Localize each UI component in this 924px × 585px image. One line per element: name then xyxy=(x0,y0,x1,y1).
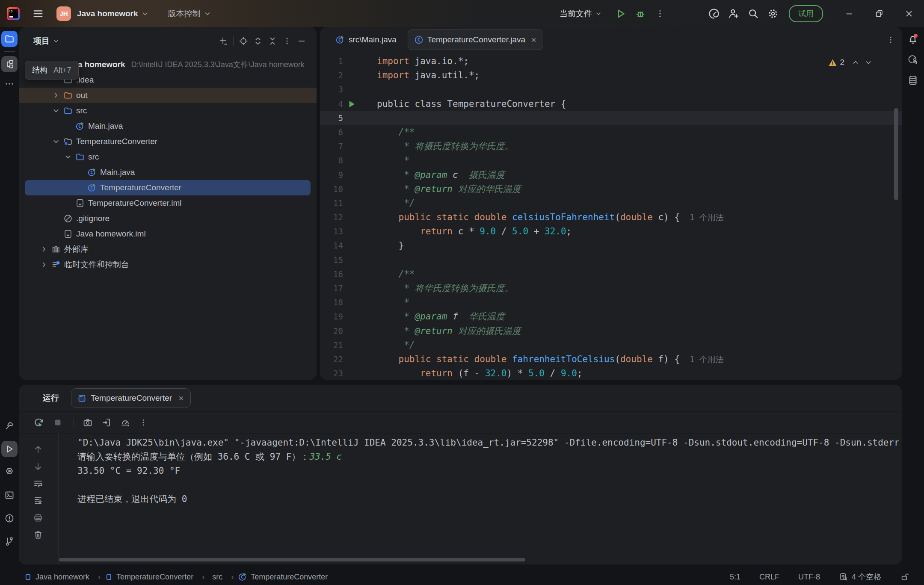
code-line-16[interactable]: 16 /** xyxy=(320,267,902,281)
version-control-tool-button[interactable] xyxy=(1,533,18,550)
ai-assistant-button[interactable] xyxy=(704,0,724,27)
panel-options-button[interactable] xyxy=(280,34,294,48)
code-line-3[interactable]: 3 xyxy=(320,83,902,97)
breadcrumb-item-java-homework[interactable]: Java homework xyxy=(24,573,89,582)
code-line-9[interactable]: 9 * @param c 摄氏温度 xyxy=(320,168,902,182)
run-configuration-selector[interactable]: 当前文件 xyxy=(560,8,601,19)
dump-threads-button[interactable] xyxy=(101,417,112,428)
screenshot-button[interactable] xyxy=(83,417,93,428)
tree-row-temperatureconverter.iml[interactable]: TemperatureConverter.iml xyxy=(19,195,317,211)
scroll-to-end-icon[interactable] xyxy=(33,496,43,506)
tree-row-temperatureconverter[interactable]: CTemperatureConverter xyxy=(19,180,317,195)
inspection-widget[interactable]: 2 xyxy=(822,58,872,67)
code-line-7[interactable]: 7 * 将摄氏度转换为华氏度。 xyxy=(320,139,902,154)
vcs-widget[interactable]: 版本控制 xyxy=(168,8,201,19)
restore-button[interactable] xyxy=(864,0,894,27)
editor-scrollbar[interactable] xyxy=(894,108,898,200)
more-actions-button[interactable] xyxy=(650,0,670,27)
down-stacktrace-icon[interactable] xyxy=(33,461,43,472)
stop-button[interactable] xyxy=(53,418,62,427)
code-line-13[interactable]: 13 return c * 9.0 / 5.0 + 32.0; xyxy=(320,225,902,239)
up-stacktrace-icon[interactable] xyxy=(33,444,43,455)
search-button[interactable] xyxy=(743,0,763,27)
close-run-tab-icon[interactable] xyxy=(178,395,184,402)
soft-wrap-icon[interactable] xyxy=(33,479,43,489)
tab-temperatureconverter-java[interactable]: C TemperatureConverter.java xyxy=(408,30,543,50)
chevron-down-icon[interactable] xyxy=(50,138,62,145)
structure-tool-button[interactable] xyxy=(1,56,18,72)
collapse-all-button[interactable] xyxy=(265,34,280,48)
code-line-1[interactable]: 1import java.io.*; xyxy=(320,54,902,68)
run-tab-temperatureconverter[interactable]: TemperatureConverter xyxy=(71,388,191,408)
tree-row-main.java[interactable]: CMain.java xyxy=(19,165,317,180)
indent-setting[interactable]: 4 个空格 xyxy=(839,572,881,582)
chevron-down-icon[interactable] xyxy=(50,107,62,114)
caret-position[interactable]: 5:1 xyxy=(730,573,740,582)
locate-file-button[interactable] xyxy=(236,34,251,48)
code-line-19[interactable]: 19 * @param f 华氏温度 xyxy=(320,310,902,324)
code-line-17[interactable]: 17 * 将华氏度转换为摄氏度。 xyxy=(320,281,902,295)
add-user-button[interactable] xyxy=(724,0,743,27)
clear-console-icon[interactable] xyxy=(33,530,43,540)
hide-panel-button[interactable] xyxy=(294,34,309,48)
console-options-button[interactable] xyxy=(139,418,148,427)
trial-badge[interactable]: 试用 xyxy=(789,5,823,22)
project-name[interactable]: Java homework xyxy=(77,9,138,18)
console-horizontal-scrollbar[interactable] xyxy=(59,558,525,561)
tree-row-src[interactable]: src xyxy=(19,149,317,165)
chevron-down-icon[interactable] xyxy=(62,154,74,160)
breadcrumb-item-src[interactable]: src xyxy=(209,573,222,582)
code-line-12[interactable]: 12 public static double celsiusToFahrenh… xyxy=(320,210,902,225)
code-line-23[interactable]: 23 return (f - 32.0) * 5.0 / 9.0; xyxy=(320,366,902,380)
project-panel-title[interactable]: 项目 xyxy=(33,35,50,47)
tree-row-temperatureconverter[interactable]: TemperatureConverter xyxy=(19,134,317,149)
code-line-21[interactable]: 21 */ xyxy=(320,338,902,352)
chevron-right-icon[interactable] xyxy=(38,246,50,253)
build-tool-button[interactable] xyxy=(1,418,18,434)
run-button[interactable] xyxy=(611,0,631,27)
notifications-button[interactable] xyxy=(905,31,921,47)
project-avatar[interactable]: JH xyxy=(56,6,71,21)
terminal-tool-button[interactable] xyxy=(1,487,18,503)
print-icon[interactable] xyxy=(33,513,43,523)
chevron-right-icon[interactable] xyxy=(38,261,50,268)
run-gutter-icon[interactable] xyxy=(347,100,355,108)
code-line-5[interactable]: 5 xyxy=(320,111,902,125)
code-line-4[interactable]: 4public class TemperatureConverter { xyxy=(320,97,902,111)
breadcrumb-item-temperatureconverter[interactable]: TemperatureConverter xyxy=(105,573,193,582)
tree-row-java-homework.iml[interactable]: Java homework.iml xyxy=(19,226,317,242)
code-line-2[interactable]: 2import java.util.*; xyxy=(320,68,902,83)
profiler-button[interactable] xyxy=(120,417,130,428)
ai-chat-button[interactable] xyxy=(905,52,921,68)
code-line-15[interactable]: 15 xyxy=(320,253,902,267)
database-button[interactable] xyxy=(905,72,921,89)
chevron-right-icon[interactable] xyxy=(50,92,62,99)
code-line-14[interactable]: 14 } xyxy=(320,239,902,253)
tab-main-java[interactable]: C src\Main.java xyxy=(331,27,401,53)
lock-toggle[interactable] xyxy=(900,572,913,582)
code-editor[interactable]: 1import java.io.*;2import java.util.*;34… xyxy=(320,53,902,380)
line-ending[interactable]: CRLF xyxy=(759,573,779,582)
tree-row-src[interactable]: src xyxy=(19,103,317,118)
run-tool-button[interactable] xyxy=(1,441,18,457)
expand-all-button[interactable] xyxy=(251,34,265,48)
rerun-button[interactable] xyxy=(33,417,44,428)
editor-options-button[interactable] xyxy=(886,27,895,53)
file-encoding[interactable]: UTF-8 xyxy=(798,573,820,582)
breadcrumb-item-temperatureconverter[interactable]: CTemperatureConverter xyxy=(238,572,328,582)
close-button[interactable] xyxy=(894,0,924,27)
code-line-18[interactable]: 18 * xyxy=(320,295,902,310)
close-tab-icon[interactable] xyxy=(530,37,537,43)
more-tools-button[interactable] xyxy=(1,76,18,92)
problems-tool-button[interactable] xyxy=(1,510,18,526)
console-output[interactable]: "D:\Java JDK25\bin\java.exe" "-javaagent… xyxy=(58,433,899,564)
tree-row--[interactable]: 临时文件和控制台 xyxy=(19,257,317,272)
settings-button[interactable] xyxy=(763,0,783,27)
prev-warning-icon[interactable] xyxy=(852,59,859,66)
code-line-20[interactable]: 20 * @return 对应的摄氏温度 xyxy=(320,324,902,338)
services-tool-button[interactable] xyxy=(1,464,18,480)
code-line-10[interactable]: 10 * @return 对应的华氏温度 xyxy=(320,182,902,196)
tree-row-main.java[interactable]: CMain.java xyxy=(19,118,317,134)
minimize-button[interactable] xyxy=(834,0,864,27)
debug-button[interactable] xyxy=(631,0,650,27)
